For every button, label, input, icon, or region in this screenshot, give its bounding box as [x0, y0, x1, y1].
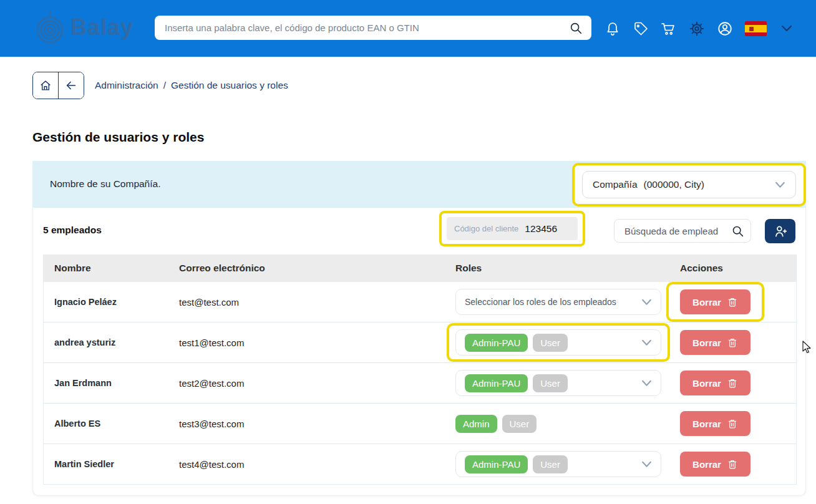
logo-text: Balay — [70, 14, 134, 41]
delete-button[interactable]: Borrar — [680, 330, 750, 355]
spain-flag-icon[interactable] — [745, 21, 767, 36]
actions-cell: Borrar — [669, 452, 796, 477]
client-code-field[interactable]: Código del cliente 123456 — [447, 217, 578, 240]
role-chip[interactable]: User — [533, 334, 568, 352]
roles-dropdown[interactable]: Admin-PAUUser — [455, 451, 661, 477]
column-header-actions: Acciones — [669, 263, 796, 274]
company-dropdown-value: (000000, City) — [644, 179, 704, 190]
chevron-down-icon — [775, 182, 785, 188]
role-chip[interactable]: Admin-PAU — [465, 455, 528, 473]
employees-card: 5 empleados Código del cliente 123456 — [32, 208, 806, 496]
company-dropdown[interactable]: Compañía (000000, City) — [582, 171, 796, 198]
employee-name: Jan Erdmann — [44, 378, 168, 388]
search-icon[interactable] — [569, 21, 583, 35]
chevron-down-icon — [641, 461, 652, 468]
add-user-button[interactable] — [765, 219, 795, 243]
client-code-value: 123456 — [525, 223, 557, 235]
table-row: Jan Erdmann test2@test.com Admin-PAUUser… — [44, 362, 796, 403]
employee-email: test3@test.com — [168, 419, 446, 429]
bell-icon[interactable] — [605, 21, 621, 37]
actions-cell: Borrar — [669, 282, 796, 322]
roles-dropdown[interactable]: Admin-PAUUser — [455, 370, 661, 396]
home-button[interactable] — [33, 72, 59, 99]
tag-icon[interactable] — [633, 21, 649, 37]
employee-name: Martin Siedler — [44, 459, 168, 469]
chevron-down-icon — [641, 299, 652, 306]
employee-search — [614, 219, 751, 243]
trash-icon — [727, 377, 738, 389]
employees-table: Nombre Correo electrónico Roles Acciones… — [43, 254, 797, 485]
client-code-label: Código del cliente — [454, 224, 518, 233]
delete-label: Borrar — [692, 297, 721, 308]
cart-icon[interactable] — [661, 21, 677, 37]
delete-button[interactable]: Borrar — [680, 289, 750, 314]
annotation-highlight-action: Borrar — [666, 282, 764, 322]
role-chip[interactable]: Admin-PAU — [465, 334, 528, 352]
employee-search-input[interactable] — [623, 225, 731, 237]
annotation-highlight-company: Compañía (000000, City) — [572, 163, 806, 206]
company-banner-label: Nombre de su Compañía. — [50, 178, 160, 190]
app-page: Balay — [0, 0, 816, 504]
table-row: Martin Siedler test4@test.com Admin-PAUU… — [44, 443, 796, 484]
delete-label: Borrar — [692, 459, 721, 470]
delete-label: Borrar — [692, 337, 721, 348]
delete-button[interactable]: Borrar — [680, 371, 750, 395]
role-chip-row: Admin-PAUUser — [465, 374, 568, 392]
language-chevron-down-icon[interactable] — [779, 21, 795, 37]
employee-name: Alberto ES — [44, 419, 168, 429]
role-chip-row: Admin-PAUUser — [465, 334, 568, 352]
breadcrumb-section[interactable]: Administración — [95, 80, 158, 91]
employees-count: 5 empleados — [43, 225, 102, 236]
roles-placeholder: Seleccionar los roles de los empleados — [465, 297, 616, 307]
actions-cell: Borrar — [669, 330, 796, 355]
roles-cell: Seleccionar los roles de los empleados — [446, 289, 669, 315]
roles-cell: AdminUser — [446, 415, 669, 433]
breadcrumb-current: Gestión de usuarios y roles — [171, 80, 288, 91]
breadcrumb: Administración / Gestión de usuarios y r… — [95, 80, 288, 91]
role-chip-row: Admin-PAUUser — [465, 455, 568, 473]
balay-logo[interactable]: Balay — [34, 10, 134, 45]
mouse-cursor — [800, 341, 813, 354]
annotation-highlight-client-code: Código del cliente 123456 — [439, 211, 585, 246]
role-chip[interactable]: User — [533, 374, 568, 392]
table-body: Ignacio Peláez test@test.com Seleccionar… — [44, 282, 796, 484]
user-icon[interactable] — [717, 21, 733, 37]
trash-icon — [727, 296, 738, 308]
delete-button[interactable]: Borrar — [680, 452, 750, 477]
column-header-name: Nombre — [44, 263, 168, 274]
roles-dropdown[interactable]: Seleccionar los roles de los empleados — [455, 289, 661, 315]
role-chip[interactable]: Admin-PAU — [465, 374, 528, 392]
column-header-roles: Roles — [446, 263, 669, 274]
search-icon[interactable] — [731, 225, 744, 238]
actions-cell: Borrar — [669, 371, 796, 395]
role-chip[interactable]: User — [502, 415, 537, 433]
roles-cell: Admin-PAUUser — [446, 370, 669, 396]
global-search-input[interactable] — [163, 22, 569, 34]
employee-email: test2@test.com — [168, 378, 446, 389]
gear-icon[interactable] — [689, 21, 705, 37]
header-icons — [605, 0, 795, 57]
trash-icon — [727, 418, 738, 430]
table-header: Nombre Correo electrónico Roles Acciones — [44, 254, 796, 282]
trash-icon — [727, 458, 738, 470]
employee-email: test@test.com — [168, 297, 446, 308]
role-chip[interactable]: Admin — [455, 415, 497, 433]
global-search — [155, 16, 591, 40]
user-plus-icon — [772, 223, 789, 240]
delete-label: Borrar — [692, 378, 721, 389]
page-title: Gestión de usuarios y roles — [32, 130, 204, 145]
table-row: Ignacio Peláez test@test.com Seleccionar… — [44, 282, 796, 322]
back-button[interactable] — [59, 72, 84, 99]
table-row: andrea ysturiz test1@test.com Admin-PAUU… — [44, 322, 796, 362]
roles-dropdown[interactable]: Admin-PAUUser — [455, 329, 661, 356]
roles-cell: Admin-PAUUser — [446, 323, 669, 362]
roles-cell: Admin-PAUUser — [446, 451, 669, 477]
table-row: Alberto ES test3@test.com AdminUser Borr… — [44, 403, 796, 443]
balay-logo-icon — [34, 10, 66, 45]
role-chip[interactable]: User — [533, 455, 568, 473]
column-header-email: Correo electrónico — [168, 263, 446, 274]
trash-icon — [727, 337, 738, 349]
employee-email: test1@test.com — [168, 337, 446, 348]
delete-button[interactable]: Borrar — [680, 411, 750, 436]
company-dropdown-label: Compañía — [593, 179, 638, 190]
